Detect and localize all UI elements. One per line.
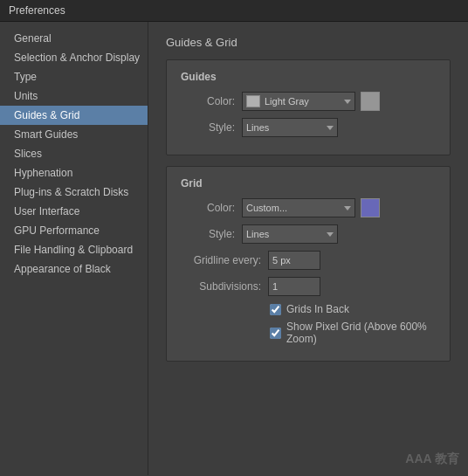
guides-style-value: Lines (246, 122, 269, 133)
subdivisions-row: Subdivisions: (181, 277, 436, 296)
guides-color-label: Color: (181, 95, 242, 107)
show-pixel-grid-checkbox[interactable] (270, 328, 281, 339)
guides-color-value: Light Gray (265, 96, 309, 107)
grid-color-dropdown[interactable]: Custom... (242, 198, 355, 217)
sidebar-item-plugins-scratch[interactable]: Plug-ins & Scratch Disks (0, 183, 148, 202)
gridline-label: Gridline every: (181, 254, 268, 266)
content-area: Guides & Grid Guides Color: Light Gray (148, 22, 468, 475)
title-bar: Preferences (0, 0, 468, 22)
grid-color-preview (361, 198, 380, 217)
grid-style-dropdown[interactable]: Lines (242, 224, 338, 244)
guides-style-row: Style: Lines (181, 118, 436, 137)
sidebar-item-gpu-performance[interactable]: GPU Performance (0, 221, 148, 240)
guides-color-row: Color: Light Gray (181, 92, 436, 111)
guides-style-dropdown[interactable]: Lines (242, 118, 338, 137)
sidebar-item-guides-grid[interactable]: Guides & Grid (0, 106, 148, 125)
sidebar-item-user-interface[interactable]: User Interface (0, 202, 148, 221)
grid-color-value: Custom... (246, 203, 287, 213)
guides-style-dropdown-arrow (327, 126, 334, 130)
sidebar-item-general[interactable]: General (0, 29, 148, 48)
grid-style-value: Lines (246, 229, 269, 239)
guides-color-preview (361, 92, 380, 111)
guides-panel-title: Guides (181, 71, 436, 83)
show-pixel-grid-label: Show Pixel Grid (Above 600% Zoom) (286, 321, 436, 345)
grid-style-label: Style: (181, 228, 242, 240)
grid-color-dropdown-arrow (344, 206, 351, 210)
subdivisions-label: Subdivisions: (181, 280, 268, 293)
sidebar-item-hyphenation[interactable]: Hyphenation (0, 163, 148, 183)
sidebar-item-units[interactable]: Units (0, 86, 148, 106)
grid-style-dropdown-arrow (327, 232, 334, 237)
sidebar: General Selection & Anchor Display Type … (0, 22, 148, 475)
grids-in-back-label: Grids In Back (286, 303, 349, 315)
sidebar-item-selection-anchor[interactable]: Selection & Anchor Display (0, 48, 148, 67)
subdivisions-input[interactable] (268, 277, 320, 296)
window-title: Preferences (9, 4, 65, 17)
guides-style-label: Style: (181, 121, 242, 134)
guides-color-dropdown[interactable]: Light Gray (242, 92, 355, 111)
sidebar-item-appearance-black[interactable]: Appearance of Black (0, 259, 148, 279)
grid-style-row: Style: Lines (181, 224, 436, 244)
sidebar-item-file-handling[interactable]: File Handling & Clipboard (0, 240, 148, 259)
grid-color-row: Color: Custom... (181, 198, 436, 217)
sidebar-item-slices[interactable]: Slices (0, 144, 148, 163)
grids-in-back-checkbox[interactable] (270, 304, 281, 315)
section-title: Guides & Grid (166, 36, 451, 49)
sidebar-item-smart-guides[interactable]: Smart Guides (0, 125, 148, 144)
gridline-row: Gridline every: (181, 251, 436, 270)
watermark: AAA 教育 (405, 452, 459, 467)
grid-panel: Grid Color: Custom... Style: Lines (166, 166, 451, 362)
guides-panel: Guides Color: Light Gray Style: (166, 59, 451, 155)
gridline-input[interactable] (268, 251, 320, 270)
show-pixel-grid-row: Show Pixel Grid (Above 600% Zoom) (181, 321, 436, 345)
guides-color-swatch (246, 95, 260, 107)
grid-color-label: Color: (181, 202, 242, 214)
grids-in-back-row: Grids In Back (181, 303, 436, 315)
guides-color-dropdown-arrow (344, 100, 351, 104)
sidebar-item-type[interactable]: Type (0, 67, 148, 86)
grid-panel-title: Grid (181, 177, 436, 190)
